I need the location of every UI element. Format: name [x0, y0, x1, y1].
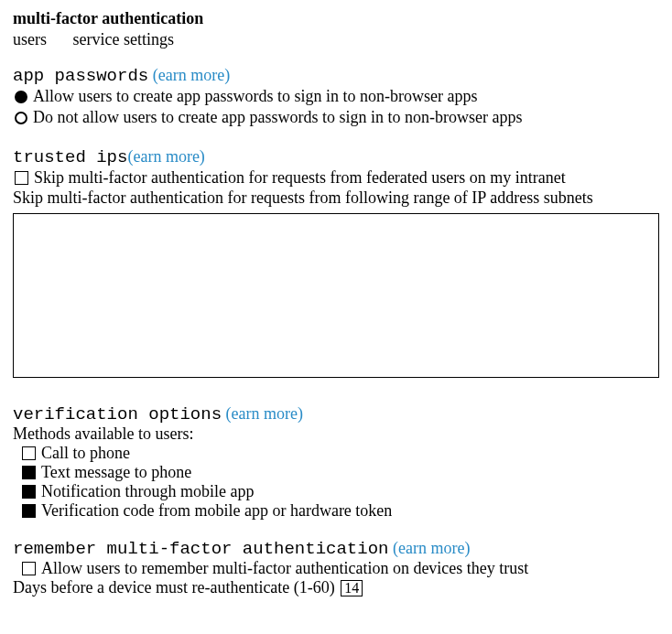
section-verification-options: verification options (earn more) Methods… — [13, 404, 659, 521]
checkbox-call-to-phone-label: Call to phone — [41, 444, 130, 463]
checkbox-allow-remember[interactable] — [22, 562, 36, 575]
app-passwords-header: app passwords — [13, 66, 148, 86]
checkbox-text-message-label: Text message to phone — [41, 463, 191, 482]
checkbox-notification-app-label: Notification through mobile app — [41, 482, 254, 501]
trusted-ips-learn-more-link[interactable]: (earn more) — [127, 147, 204, 166]
verification-options-header: verification options — [13, 404, 222, 424]
remember-mfa-header: remember multi-factor authentication — [13, 539, 388, 559]
checkbox-text-message[interactable] — [22, 466, 36, 479]
section-remember-mfa: remember multi-factor authentication (ea… — [13, 539, 659, 597]
methods-available-label: Methods available to users: — [13, 424, 659, 444]
skip-ip-range-label: Skip multi-factor authentication for req… — [13, 188, 659, 208]
checkbox-allow-remember-label: Allow users to remember multi-factor aut… — [41, 559, 528, 578]
radio-deny-app-passwords[interactable] — [15, 112, 27, 124]
section-app-passwords: app passwords (earn more) Allow users to… — [13, 66, 659, 129]
days-before-reauth-label: Days before a device must re-authenticat… — [13, 578, 335, 596]
remember-mfa-learn-more-link[interactable]: (earn more) — [393, 539, 470, 557]
page-title: multi-factor authentication — [13, 9, 659, 28]
checkbox-notification-app[interactable] — [22, 485, 36, 499]
radio-allow-app-passwords[interactable] — [15, 91, 27, 103]
tab-service-settings[interactable]: service settings — [73, 30, 174, 48]
app-passwords-learn-more-link[interactable]: (earn more) — [153, 66, 230, 84]
tabs: users service settings — [13, 30, 659, 49]
ip-subnets-textarea[interactable] — [13, 213, 659, 378]
days-input[interactable] — [341, 580, 363, 596]
radio-deny-app-passwords-label: Do not allow users to create app passwor… — [33, 107, 522, 128]
radio-allow-app-passwords-label: Allow users to create app passwords to s… — [33, 86, 477, 107]
checkbox-call-to-phone[interactable] — [22, 446, 36, 460]
checkbox-skip-federated[interactable] — [15, 171, 28, 185]
checkbox-verification-code-label: Verification code from mobile app or har… — [41, 501, 392, 521]
section-trusted-ips: trusted ips(earn more) Skip multi-factor… — [13, 147, 659, 386]
tab-users[interactable]: users — [13, 30, 47, 48]
verification-options-learn-more-link[interactable]: (earn more) — [226, 404, 303, 423]
checkbox-verification-code[interactable] — [22, 504, 36, 518]
trusted-ips-header: trusted ips — [13, 147, 127, 167]
checkbox-skip-federated-label: Skip multi-factor authentication for req… — [34, 167, 566, 188]
